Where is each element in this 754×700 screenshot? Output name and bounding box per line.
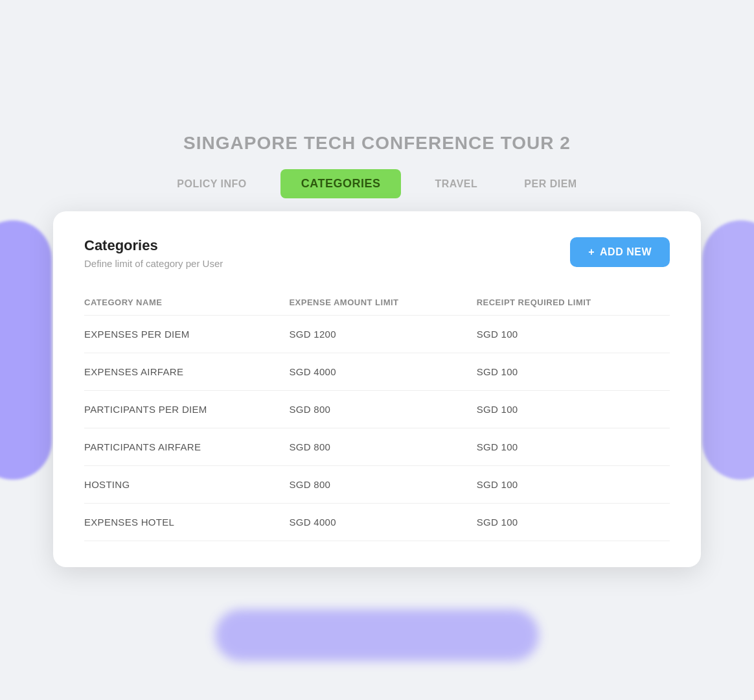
table-row: EXPENSES PER DIEMSGD 1200SGD 100 — [84, 316, 670, 353]
table-body: EXPENSES PER DIEMSGD 1200SGD 100EXPENSES… — [84, 316, 670, 541]
cell-category-name: EXPENSES HOTEL — [84, 504, 289, 541]
tab-policy-info[interactable]: POLICY INFO — [164, 172, 259, 196]
cell-category-name: HOSTING — [84, 466, 289, 504]
table-row: PARTICIPANTS AIRFARESGD 800SGD 100 — [84, 428, 670, 466]
col-header-category-name: CATEGORY NAME — [84, 290, 289, 316]
cell-expense-limit: SGD 1200 — [289, 316, 476, 353]
page-wrapper: SINGAPORE TECH CONFERENCE TOUR 2 POLICY … — [53, 133, 701, 567]
card-subtitle: Define limit of category per User — [84, 258, 223, 269]
tab-per-diem[interactable]: PER DIEM — [511, 172, 589, 196]
cell-expense-limit: SGD 4000 — [289, 504, 476, 541]
cell-receipt-limit: SGD 100 — [477, 316, 670, 353]
decorative-blob-right — [702, 220, 754, 480]
tab-travel[interactable]: TRAVEL — [422, 172, 490, 196]
col-header-expense-amount-limit: EXPENSE AMOUNT LIMIT — [289, 290, 476, 316]
cell-receipt-limit: SGD 100 — [477, 391, 670, 428]
cell-receipt-limit: SGD 100 — [477, 466, 670, 504]
decorative-blob-left — [0, 220, 52, 480]
cell-expense-limit: SGD 4000 — [289, 353, 476, 391]
cell-expense-limit: SGD 800 — [289, 391, 476, 428]
cell-category-name: PARTICIPANTS PER DIEM — [84, 391, 289, 428]
table-header: CATEGORY NAME EXPENSE AMOUNT LIMIT RECEI… — [84, 290, 670, 316]
tabs-navigation: POLICY INFO CATEGORIES TRAVEL PER DIEM — [164, 169, 589, 198]
cell-receipt-limit: SGD 100 — [477, 504, 670, 541]
tab-categories[interactable]: CATEGORIES — [280, 169, 402, 198]
plus-icon: + — [588, 246, 595, 258]
categories-card: Categories Define limit of category per … — [53, 211, 701, 567]
card-title: Categories — [84, 237, 223, 254]
add-new-label: ADD NEW — [600, 246, 652, 258]
table-row: PARTICIPANTS PER DIEMSGD 800SGD 100 — [84, 391, 670, 428]
categories-table: CATEGORY NAME EXPENSE AMOUNT LIMIT RECEI… — [84, 290, 670, 541]
page-title: SINGAPORE TECH CONFERENCE TOUR 2 — [183, 133, 571, 154]
col-header-receipt-required-limit: RECEIPT REQUIRED LIMIT — [477, 290, 670, 316]
table-row: HOSTINGSGD 800SGD 100 — [84, 466, 670, 504]
table-header-row: CATEGORY NAME EXPENSE AMOUNT LIMIT RECEI… — [84, 290, 670, 316]
cell-receipt-limit: SGD 100 — [477, 428, 670, 466]
cell-category-name: EXPENSES AIRFARE — [84, 353, 289, 391]
cell-expense-limit: SGD 800 — [289, 466, 476, 504]
decorative-blob-bottom — [215, 609, 539, 661]
cell-category-name: PARTICIPANTS AIRFARE — [84, 428, 289, 466]
card-title-section: Categories Define limit of category per … — [84, 237, 223, 269]
table-row: EXPENSES AIRFARESGD 4000SGD 100 — [84, 353, 670, 391]
table-row: EXPENSES HOTELSGD 4000SGD 100 — [84, 504, 670, 541]
cell-category-name: EXPENSES PER DIEM — [84, 316, 289, 353]
card-header: Categories Define limit of category per … — [84, 237, 670, 269]
cell-expense-limit: SGD 800 — [289, 428, 476, 466]
cell-receipt-limit: SGD 100 — [477, 353, 670, 391]
add-new-button[interactable]: + ADD NEW — [570, 237, 670, 267]
